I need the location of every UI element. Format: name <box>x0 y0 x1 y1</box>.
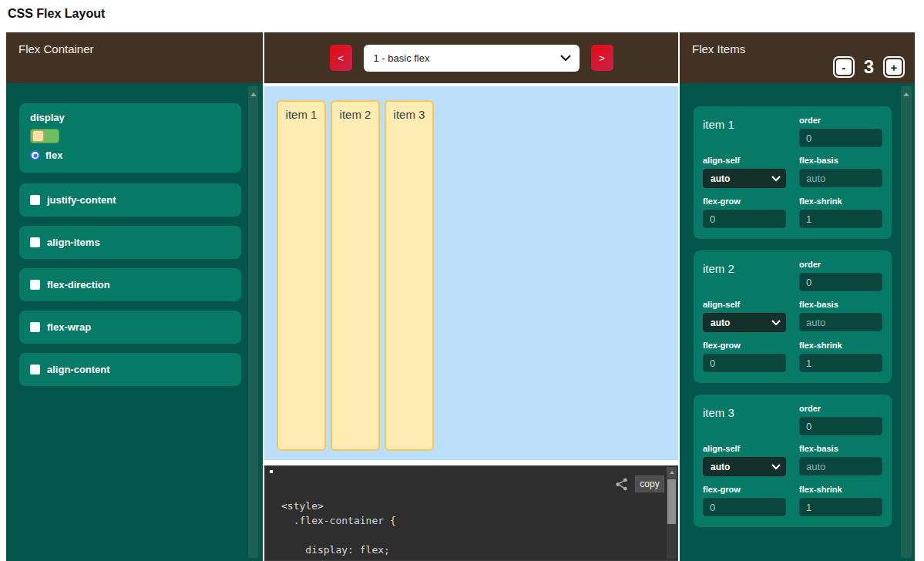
flex-items-panel: Flex Items - 3 + item 1 order align-self… <box>680 32 915 561</box>
code-panel: <style> .flex-container { display: flex;… <box>264 465 678 561</box>
flex-shrink-input[interactable] <box>799 498 882 516</box>
toggle-knob <box>32 130 44 142</box>
code-panel-marker <box>270 470 273 473</box>
share-icon[interactable] <box>614 477 629 492</box>
flex-basis-label: flex-basis <box>799 300 882 309</box>
flex-container-panel-body: display flex justify-content align-items… <box>6 83 263 561</box>
flex-grow-label: flex-grow <box>703 485 786 494</box>
order-input[interactable] <box>799 129 882 147</box>
flex-radio[interactable] <box>30 150 40 160</box>
flex-shrink-label: flex-shrink <box>799 197 882 206</box>
flex-grow-label: flex-grow <box>703 197 786 206</box>
increase-items-button[interactable]: + <box>883 56 905 78</box>
display-option-label: display <box>30 112 230 123</box>
order-label: order <box>799 116 882 125</box>
code-line <box>281 528 396 543</box>
preview-flex-item-3: item 3 <box>385 100 434 451</box>
option-label: justify-content <box>47 194 116 206</box>
code-line: <style> <box>281 499 396 513</box>
example-nav-bar: < 1 - basic flex > <box>264 32 678 83</box>
scroll-up-arrow-icon[interactable] <box>250 92 257 96</box>
flex-container-panel: Flex Container display flex justify-cont… <box>6 32 263 561</box>
decrease-items-button[interactable]: - <box>833 56 855 78</box>
flex-shrink-label: flex-shrink <box>799 341 882 350</box>
align-self-label: align-self <box>703 444 786 453</box>
option-label: align-content <box>47 364 110 375</box>
left-panel-scrollbar[interactable] <box>248 86 258 558</box>
flex-items-panel-body: item 1 order align-self auto flex-basis <box>680 83 915 561</box>
flex-grow-label: flex-grow <box>703 341 786 350</box>
next-example-button[interactable]: > <box>591 45 613 71</box>
align-self-label: align-self <box>703 300 786 309</box>
example-select-wrap: 1 - basic flex <box>364 45 580 72</box>
option-card-align-items[interactable]: align-items <box>19 226 241 259</box>
right-panel-scrollbar[interactable] <box>901 86 912 558</box>
align-self-select[interactable]: auto <box>703 313 786 332</box>
scrollbar-thumb[interactable] <box>667 479 676 524</box>
flex-basis-input[interactable] <box>799 169 882 187</box>
flex-container-panel-header: Flex Container <box>6 32 263 83</box>
order-label: order <box>799 260 882 269</box>
flex-basis-input[interactable] <box>799 313 882 331</box>
align-self-select[interactable]: auto <box>703 457 786 476</box>
option-label: flex-wrap <box>47 321 91 333</box>
page-title: CSS Flex Layout <box>8 7 105 21</box>
order-label: order <box>799 404 882 413</box>
item-card-3: item 3 order align-self auto flex-basis <box>694 395 892 527</box>
align-items-checkbox[interactable] <box>30 237 40 247</box>
code-block: <style> .flex-container { display: flex; <box>281 499 396 557</box>
prev-example-button[interactable]: < <box>330 45 352 71</box>
code-line: display: flex; <box>281 543 396 557</box>
preview-flex-item-1: item 1 <box>277 100 326 451</box>
option-label: flex-direction <box>47 279 110 291</box>
justify-content-checkbox[interactable] <box>30 195 40 205</box>
flex-basis-input[interactable] <box>799 457 882 475</box>
flex-items-panel-header: Flex Items - 3 + <box>680 32 915 83</box>
align-content-checkbox[interactable] <box>30 364 40 375</box>
flex-container-panel-title: Flex Container <box>18 42 94 55</box>
option-label: align-items <box>47 237 100 248</box>
flex-grow-input[interactable] <box>703 354 786 372</box>
preview-flex-item-2: item 2 <box>331 100 380 451</box>
display-flex-radio-row: flex <box>30 149 230 161</box>
example-select[interactable]: 1 - basic flex <box>364 45 580 72</box>
flex-direction-checkbox[interactable] <box>30 280 40 290</box>
display-option-card[interactable]: display flex <box>19 103 241 173</box>
flex-items-panel-title: Flex Items <box>692 42 745 55</box>
flex-basis-label: flex-basis <box>799 444 882 453</box>
item-card-title: item 2 <box>703 260 786 300</box>
option-card-justify-content[interactable]: justify-content <box>19 183 241 217</box>
option-card-flex-wrap[interactable]: flex-wrap <box>19 311 241 344</box>
scroll-up-arrow-icon[interactable] <box>903 92 909 96</box>
scroll-up-arrow-icon[interactable] <box>667 467 677 479</box>
flex-radio-label: flex <box>45 149 62 161</box>
flex-shrink-input[interactable] <box>799 354 882 372</box>
item-card-2: item 2 order align-self auto flex-basis <box>694 250 892 383</box>
align-self-label: align-self <box>703 156 786 165</box>
option-card-align-content[interactable]: align-content <box>19 353 241 386</box>
item-card-title: item 3 <box>703 404 786 444</box>
flex-preview-container: item 1 item 2 item 3 <box>264 86 678 460</box>
flex-grow-input[interactable] <box>703 498 786 516</box>
flex-basis-label: flex-basis <box>799 156 882 165</box>
flex-shrink-input[interactable] <box>799 210 882 228</box>
item-count-stepper: - 3 + <box>833 56 905 78</box>
flex-shrink-label: flex-shrink <box>799 485 882 494</box>
item-card-title: item 1 <box>703 116 786 156</box>
flex-grow-input[interactable] <box>703 210 786 228</box>
item-count: 3 <box>864 56 874 78</box>
app-root: CSS Flex Layout Flex Container display f… <box>0 0 924 561</box>
order-input[interactable] <box>799 417 882 435</box>
order-input[interactable] <box>799 273 882 291</box>
flex-wrap-checkbox[interactable] <box>30 322 40 332</box>
align-self-select[interactable]: auto <box>703 169 786 188</box>
option-card-flex-direction[interactable]: flex-direction <box>19 268 241 301</box>
display-toggle[interactable] <box>30 129 59 143</box>
copy-button[interactable]: copy <box>635 475 664 492</box>
item-card-1: item 1 order align-self auto flex-basis <box>694 106 892 239</box>
code-line: .flex-container { <box>281 513 396 528</box>
code-scrollbar[interactable] <box>667 467 677 559</box>
